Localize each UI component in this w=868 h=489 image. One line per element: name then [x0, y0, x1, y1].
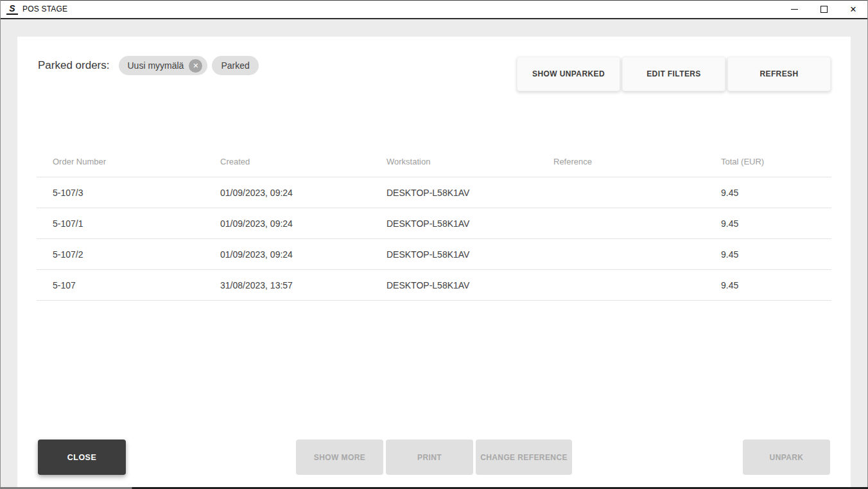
close-button[interactable]: CLOSE — [38, 440, 126, 475]
cell-order-number: 5-107 — [37, 280, 204, 290]
cell-created: 31/08/2023, 13:57 — [204, 280, 370, 290]
maximize-button[interactable] — [809, 0, 838, 18]
cell-order-number: 5-107/2 — [37, 249, 204, 260]
column-header-reference: Reference — [537, 157, 705, 166]
cell-total: 9.45 — [705, 188, 831, 198]
column-header-workstation: Workstation — [370, 157, 537, 166]
parked-orders-panel: Parked orders: Uusi myymälä ✕ Parked SHO… — [17, 37, 851, 489]
show-more-button[interactable]: SHOW MORE — [296, 440, 383, 475]
table-header-row: Order Number Created Workstation Referen… — [37, 147, 831, 177]
cell-workstation: DESKTOP-L58K1AV — [370, 218, 537, 229]
cell-workstation: DESKTOP-L58K1AV — [370, 249, 537, 260]
cell-created: 01/09/2023, 09:24 — [204, 188, 370, 198]
column-header-order-number: Order Number — [37, 157, 204, 166]
cell-total: 9.45 — [705, 280, 831, 290]
close-window-button[interactable]: ✕ — [838, 0, 868, 18]
unpark-button[interactable]: UNPARK — [743, 440, 830, 475]
toolbar: SHOW UNPARKED EDIT FILTERS REFRESH — [517, 57, 831, 91]
cell-total: 9.45 — [705, 249, 831, 260]
app-logo-icon: S — [6, 3, 18, 15]
cell-total: 9.45 — [705, 218, 831, 229]
show-unparked-button[interactable]: SHOW UNPARKED — [517, 57, 620, 91]
window-controls: ✕ — [779, 0, 868, 18]
print-button[interactable]: PRINT — [386, 440, 473, 475]
table-row[interactable]: 5-107/1 01/09/2023, 09:24 DESKTOP-L58K1A… — [37, 208, 831, 239]
refresh-button[interactable]: REFRESH — [727, 57, 831, 91]
cell-order-number: 5-107/1 — [37, 218, 204, 229]
table-row[interactable]: 5-107 31/08/2023, 13:57 DESKTOP-L58K1AV … — [37, 270, 831, 301]
titlebar: S POS STAGE ✕ — [0, 0, 868, 19]
filter-chip-parked[interactable]: Parked — [212, 56, 258, 75]
table-row[interactable]: 5-107/2 01/09/2023, 09:24 DESKTOP-L58K1A… — [37, 239, 831, 270]
edit-filters-button[interactable]: EDIT FILTERS — [622, 57, 725, 91]
maximize-icon — [820, 6, 828, 13]
minimize-icon — [791, 9, 798, 10]
table-body: 5-107/3 01/09/2023, 09:24 DESKTOP-L58K1A… — [37, 177, 831, 301]
filter-chip-store[interactable]: Uusi myymälä ✕ — [119, 56, 208, 75]
cell-order-number: 5-107/3 — [37, 188, 204, 198]
cell-workstation: DESKTOP-L58K1AV — [370, 280, 537, 290]
window-border-left — [0, 0, 1, 489]
column-header-total: Total (EUR) — [705, 157, 831, 166]
filter-chip-parked-label: Parked — [221, 60, 249, 71]
chip-remove-icon[interactable]: ✕ — [189, 59, 202, 73]
window-title: POS STAGE — [22, 4, 67, 13]
change-reference-button[interactable]: CHANGE REFERENCE — [476, 440, 572, 475]
close-icon: ✕ — [850, 5, 857, 13]
cell-workstation: DESKTOP-L58K1AV — [370, 188, 537, 198]
filter-chip-store-label: Uusi myymälä — [128, 60, 184, 71]
filters-row: Parked orders: Uusi myymälä ✕ Parked — [38, 56, 263, 75]
column-header-created: Created — [204, 157, 370, 166]
table-row[interactable]: 5-107/3 01/09/2023, 09:24 DESKTOP-L58K1A… — [37, 177, 831, 208]
orders-table: Order Number Created Workstation Referen… — [37, 147, 831, 301]
footer-actions: SHOW MORE PRINT CHANGE REFERENCE — [296, 440, 572, 475]
window-border-top — [0, 0, 868, 1]
cell-created: 01/09/2023, 09:24 — [204, 218, 370, 229]
minimize-button[interactable] — [779, 0, 809, 18]
page-title: Parked orders: — [38, 56, 110, 75]
cell-created: 01/09/2023, 09:24 — [204, 249, 370, 260]
